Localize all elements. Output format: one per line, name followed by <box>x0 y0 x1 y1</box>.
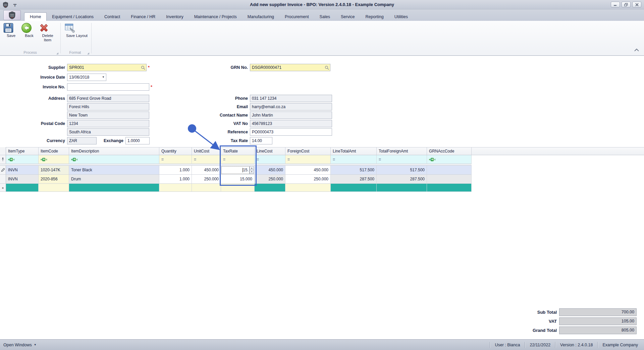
filter-cell-linetotalamt[interactable]: = <box>331 155 377 164</box>
new-row-cell-totalforeignamt[interactable] <box>377 184 427 192</box>
column-header-unitcost[interactable]: UnitCost <box>192 147 221 155</box>
invoice_no-field[interactable] <box>67 83 149 91</box>
group-corner-glyph[interactable] <box>87 52 89 54</box>
address2-field-wrap <box>67 103 149 111</box>
tab-utilities[interactable]: Utilities <box>389 12 413 21</box>
tab-reporting[interactable]: Reporting <box>360 12 389 21</box>
grand-total-field: 805.00 <box>559 326 637 334</box>
cell-itemdescription[interactable]: Drum <box>69 175 159 184</box>
equals-filter-icon: = <box>257 157 259 162</box>
column-header-itemtype[interactable]: ItemType <box>6 147 39 155</box>
tab-procurement[interactable]: Procurement <box>279 12 314 21</box>
save-button[interactable]: Save <box>3 22 19 38</box>
new-row-cell-itemdescription[interactable] <box>69 184 159 192</box>
column-header-totalforeignamt[interactable]: TotalForeignAmt <box>377 147 427 155</box>
vat-field: 105.00 <box>559 317 637 325</box>
cell-foreigncost[interactable]: 250.000 <box>285 175 331 184</box>
reference-field[interactable] <box>250 128 332 136</box>
column-header-foreigncost[interactable]: ForeignCost <box>285 147 331 155</box>
reference-label: Reference <box>196 128 248 136</box>
back-button[interactable]: Back <box>21 22 38 38</box>
tab-sales[interactable]: Sales <box>314 12 335 21</box>
cell-totalforeignamt[interactable]: 517.500 <box>377 166 427 175</box>
tab-finance-hr[interactable]: Finance / HR <box>125 12 161 21</box>
column-header-itemcode[interactable]: ItemCode <box>39 147 69 155</box>
tab-home[interactable]: Home <box>24 12 47 21</box>
currency-field-wrap <box>67 137 97 144</box>
tab-manufacturing[interactable]: Manufacturing <box>242 12 279 21</box>
new-row-cell-itemcode[interactable] <box>39 184 69 192</box>
cell-linecost[interactable]: 450.000 <box>255 166 285 175</box>
row-indicator <box>0 175 6 184</box>
collapse-ribbon-icon[interactable] <box>634 47 639 53</box>
tax_rate-field[interactable] <box>250 137 272 144</box>
column-header-grnacccode[interactable]: GRNAccCode <box>427 147 472 155</box>
window-title: Add new supplier Invoice - BPO: Version … <box>0 0 644 9</box>
filter-cell-itemdescription[interactable]: aBc <box>69 155 159 164</box>
supplier-field[interactable] <box>67 64 147 71</box>
required-asterisk: * <box>148 64 150 71</box>
currency-label: Currency <box>13 137 65 144</box>
cell-itemtype[interactable]: INVN <box>6 166 39 175</box>
new-row-cell-unitcost[interactable] <box>192 184 221 192</box>
filter-cell-totalforeignamt[interactable]: = <box>377 155 427 164</box>
filter-cell-quantity[interactable]: = <box>159 155 192 164</box>
grn_no-field[interactable] <box>250 64 330 71</box>
postal_code-field <box>67 120 149 127</box>
tab-maintenance-projects[interactable]: Maintenance / Projects <box>189 12 242 21</box>
cell-linecost[interactable]: 250.000 <box>255 175 285 184</box>
save-layout-button[interactable]: Save Layout <box>64 22 90 38</box>
cell-grnacccode[interactable] <box>427 166 472 175</box>
application-menu-button[interactable] <box>3 10 21 20</box>
grn_no-label: GRN No. <box>196 64 248 71</box>
close-button[interactable] <box>632 2 641 7</box>
restore-button[interactable] <box>622 2 631 7</box>
column-header-quantity[interactable]: Quantity <box>159 147 192 155</box>
cell-foreigncost[interactable]: 450.000 <box>285 166 331 175</box>
minimize-button[interactable] <box>611 2 620 7</box>
ribbon-tabs: HomeEquipment / LocationsContractFinance… <box>24 12 413 21</box>
cell-grnacccode[interactable] <box>427 175 472 184</box>
tab-inventory[interactable]: Inventory <box>161 12 189 21</box>
cell-linetotalamt[interactable]: 287.500 <box>331 175 377 184</box>
cell-unitcost[interactable]: 250.000 <box>192 175 221 184</box>
cell-itemdescription[interactable]: Toner Black <box>69 166 159 175</box>
cell-unitcost[interactable]: 450.000 <box>192 166 221 175</box>
column-header-itemdescription[interactable]: ItemDescription <box>69 147 159 155</box>
cell-quantity[interactable]: 1.000 <box>159 166 192 175</box>
filter-cell-linecost[interactable]: = <box>255 155 285 164</box>
exchange-field[interactable] <box>125 137 150 144</box>
cell-itemcode[interactable]: 1020-147K <box>39 166 69 175</box>
invoice_date-field[interactable] <box>67 74 106 81</box>
email-label: Email <box>196 103 248 111</box>
ribbon-group-separator <box>60 23 61 53</box>
tab-contract[interactable]: Contract <box>99 12 125 21</box>
cell-totalforeignamt[interactable]: 287.500 <box>377 175 427 184</box>
tab-equipment-locations[interactable]: Equipment / Locations <box>47 12 99 21</box>
new-row-cell-grnacccode[interactable] <box>427 184 472 192</box>
application-window: ▼ Add new supplier Invoice - BPO: Versio… <box>0 0 644 350</box>
cell-linetotalamt[interactable]: 517.500 <box>331 166 377 175</box>
filter-cell-unitcost[interactable]: = <box>192 155 221 164</box>
exchange-field-wrap <box>125 137 150 144</box>
currency-field <box>67 137 97 144</box>
new-row-cell-linecost[interactable] <box>255 184 285 192</box>
new-row-cell-itemtype[interactable] <box>6 184 39 192</box>
invoice_date-field-wrap: ▼ <box>67 74 106 81</box>
tab-service[interactable]: Service <box>335 12 360 21</box>
cell-itemtype[interactable]: INVN <box>6 175 39 184</box>
cell-quantity[interactable]: 1.000 <box>159 175 192 184</box>
cell-itemcode[interactable]: 2020-856 <box>39 175 69 184</box>
open-windows-menu[interactable]: Open Windows ▼ <box>3 343 37 347</box>
filter-cell-grnacccode[interactable]: aBc <box>427 155 472 164</box>
new-row-cell-quantity[interactable] <box>159 184 192 192</box>
filter-cell-itemcode[interactable]: aBc <box>39 155 69 164</box>
column-header-linecost[interactable]: LineCost <box>255 147 285 155</box>
filter-cell-itemtype[interactable]: aBc <box>6 155 39 164</box>
column-header-linetotalamt[interactable]: LineTotalAmt <box>331 147 377 155</box>
filter-cell-foreigncost[interactable]: = <box>285 155 331 164</box>
new-row-cell-linetotalamt[interactable] <box>331 184 377 192</box>
new-row-cell-foreigncost[interactable] <box>285 184 331 192</box>
group-corner-glyph[interactable] <box>56 52 58 54</box>
delete-item-button[interactable]: Delete Item <box>38 22 57 42</box>
